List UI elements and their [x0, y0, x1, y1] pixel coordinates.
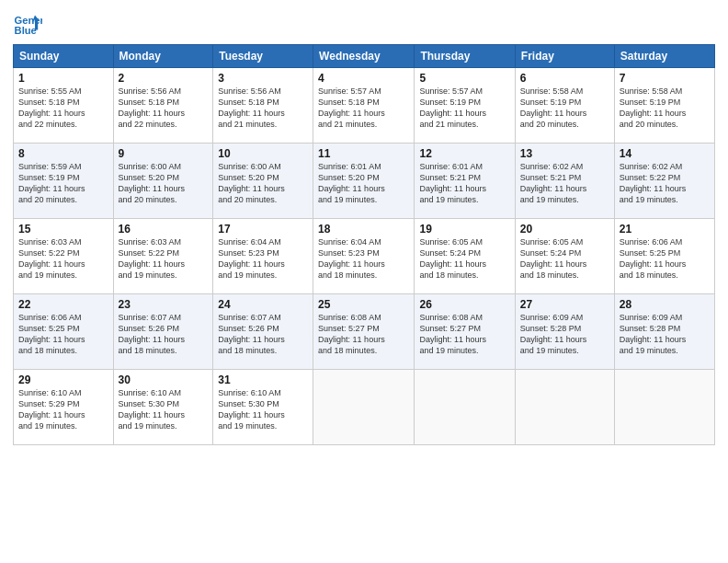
calendar-cell: 18Sunrise: 6:04 AM Sunset: 5:23 PM Dayli…	[313, 219, 415, 294]
day-number: 1	[18, 72, 108, 85]
day-info: Sunrise: 6:00 AM Sunset: 5:20 PM Dayligh…	[218, 161, 308, 206]
day-number: 14	[620, 147, 710, 160]
calendar-cell: 7Sunrise: 5:58 AM Sunset: 5:19 PM Daylig…	[614, 68, 714, 144]
day-info: Sunrise: 6:04 AM Sunset: 5:23 PM Dayligh…	[218, 236, 308, 282]
calendar-week-2: 8Sunrise: 5:59 AM Sunset: 5:19 PM Daylig…	[14, 144, 715, 219]
calendar-cell: 28Sunrise: 6:09 AM Sunset: 5:28 PM Dayli…	[614, 294, 714, 370]
day-number: 20	[520, 223, 609, 236]
calendar-cell: 13Sunrise: 6:02 AM Sunset: 5:21 PM Dayli…	[515, 144, 614, 219]
day-number: 11	[318, 147, 409, 160]
calendar-cell	[614, 370, 714, 445]
day-info: Sunrise: 6:09 AM Sunset: 5:28 PM Dayligh…	[620, 312, 710, 357]
day-info: Sunrise: 5:56 AM Sunset: 5:18 PM Dayligh…	[119, 86, 209, 131]
day-number: 19	[419, 223, 509, 236]
calendar-cell: 11Sunrise: 6:01 AM Sunset: 5:20 PM Dayli…	[313, 144, 415, 219]
calendar-cell: 17Sunrise: 6:04 AM Sunset: 5:23 PM Dayli…	[213, 219, 313, 294]
weekday-header-row: SundayMondayTuesdayWednesdayThursdayFrid…	[14, 45, 715, 68]
weekday-header-sunday: Sunday	[14, 45, 114, 68]
logo-icon: General Blue	[13, 9, 42, 39]
day-number: 18	[318, 223, 409, 236]
calendar-cell: 24Sunrise: 6:07 AM Sunset: 5:26 PM Dayli…	[213, 294, 313, 370]
calendar-cell: 23Sunrise: 6:07 AM Sunset: 5:26 PM Dayli…	[113, 294, 213, 370]
day-number: 10	[218, 147, 308, 160]
day-number: 6	[520, 72, 609, 85]
day-number: 21	[620, 223, 710, 236]
day-info: Sunrise: 6:06 AM Sunset: 5:25 PM Dayligh…	[18, 312, 108, 357]
calendar-cell: 5Sunrise: 5:57 AM Sunset: 5:19 PM Daylig…	[415, 68, 515, 144]
day-number: 25	[318, 298, 409, 311]
day-number: 29	[18, 373, 108, 386]
svg-text:Blue: Blue	[15, 25, 37, 36]
calendar-cell: 30Sunrise: 6:10 AM Sunset: 5:30 PM Dayli…	[113, 370, 213, 445]
day-info: Sunrise: 5:55 AM Sunset: 5:18 PM Dayligh…	[18, 86, 108, 131]
day-info: Sunrise: 6:02 AM Sunset: 5:21 PM Dayligh…	[520, 161, 609, 206]
day-info: Sunrise: 6:06 AM Sunset: 5:25 PM Dayligh…	[620, 236, 710, 282]
weekday-header-wednesday: Wednesday	[313, 45, 415, 68]
day-number: 4	[318, 72, 409, 85]
calendar-week-1: 1Sunrise: 5:55 AM Sunset: 5:18 PM Daylig…	[14, 68, 715, 144]
day-number: 3	[218, 72, 308, 85]
day-info: Sunrise: 6:05 AM Sunset: 5:24 PM Dayligh…	[419, 236, 509, 282]
weekday-header-saturday: Saturday	[614, 45, 714, 68]
day-number: 23	[119, 298, 209, 311]
calendar-cell: 1Sunrise: 5:55 AM Sunset: 5:18 PM Daylig…	[14, 68, 114, 144]
calendar-cell: 3Sunrise: 5:56 AM Sunset: 5:18 PM Daylig…	[213, 68, 313, 144]
calendar-cell: 9Sunrise: 6:00 AM Sunset: 5:20 PM Daylig…	[113, 144, 213, 219]
day-info: Sunrise: 6:10 AM Sunset: 5:30 PM Dayligh…	[119, 387, 209, 432]
day-info: Sunrise: 6:07 AM Sunset: 5:26 PM Dayligh…	[218, 312, 308, 357]
calendar-cell: 21Sunrise: 6:06 AM Sunset: 5:25 PM Dayli…	[614, 219, 714, 294]
calendar-cell: 12Sunrise: 6:01 AM Sunset: 5:21 PM Dayli…	[415, 144, 515, 219]
day-number: 17	[218, 223, 308, 236]
day-number: 9	[119, 147, 209, 160]
day-info: Sunrise: 5:57 AM Sunset: 5:19 PM Dayligh…	[419, 86, 509, 131]
day-number: 7	[620, 72, 710, 85]
day-number: 24	[218, 298, 308, 311]
calendar-cell: 31Sunrise: 6:10 AM Sunset: 5:30 PM Dayli…	[213, 370, 313, 445]
day-info: Sunrise: 6:01 AM Sunset: 5:21 PM Dayligh…	[419, 161, 509, 206]
day-number: 22	[18, 298, 108, 311]
calendar-cell: 15Sunrise: 6:03 AM Sunset: 5:22 PM Dayli…	[14, 219, 114, 294]
calendar-cell: 19Sunrise: 6:05 AM Sunset: 5:24 PM Dayli…	[415, 219, 515, 294]
calendar-week-5: 29Sunrise: 6:10 AM Sunset: 5:29 PM Dayli…	[14, 370, 715, 445]
calendar-cell	[515, 370, 614, 445]
day-number: 27	[520, 298, 609, 311]
calendar-cell: 14Sunrise: 6:02 AM Sunset: 5:22 PM Dayli…	[614, 144, 714, 219]
day-info: Sunrise: 6:03 AM Sunset: 5:22 PM Dayligh…	[119, 236, 209, 282]
weekday-header-tuesday: Tuesday	[213, 45, 313, 68]
day-info: Sunrise: 6:04 AM Sunset: 5:23 PM Dayligh…	[318, 236, 409, 282]
day-info: Sunrise: 6:00 AM Sunset: 5:20 PM Dayligh…	[119, 161, 209, 206]
calendar-cell: 4Sunrise: 5:57 AM Sunset: 5:18 PM Daylig…	[313, 68, 415, 144]
header-row: General Blue	[13, 9, 715, 39]
day-number: 30	[119, 373, 209, 386]
calendar-week-4: 22Sunrise: 6:06 AM Sunset: 5:25 PM Dayli…	[14, 294, 715, 370]
day-number: 8	[18, 147, 108, 160]
calendar-cell: 16Sunrise: 6:03 AM Sunset: 5:22 PM Dayli…	[113, 219, 213, 294]
day-info: Sunrise: 6:09 AM Sunset: 5:28 PM Dayligh…	[520, 312, 609, 357]
calendar-cell: 22Sunrise: 6:06 AM Sunset: 5:25 PM Dayli…	[14, 294, 114, 370]
day-info: Sunrise: 5:56 AM Sunset: 5:18 PM Dayligh…	[218, 86, 308, 131]
day-number: 15	[18, 223, 108, 236]
calendar-cell: 27Sunrise: 6:09 AM Sunset: 5:28 PM Dayli…	[515, 294, 614, 370]
day-info: Sunrise: 6:07 AM Sunset: 5:26 PM Dayligh…	[119, 312, 209, 357]
day-number: 5	[419, 72, 509, 85]
day-info: Sunrise: 6:10 AM Sunset: 5:30 PM Dayligh…	[218, 387, 308, 432]
day-info: Sunrise: 5:58 AM Sunset: 5:19 PM Dayligh…	[520, 86, 609, 131]
calendar-table: SundayMondayTuesdayWednesdayThursdayFrid…	[13, 44, 715, 445]
day-number: 2	[119, 72, 209, 85]
day-number: 31	[218, 373, 308, 386]
calendar-cell: 20Sunrise: 6:05 AM Sunset: 5:24 PM Dayli…	[515, 219, 614, 294]
day-info: Sunrise: 6:03 AM Sunset: 5:22 PM Dayligh…	[18, 236, 108, 282]
day-number: 12	[419, 147, 509, 160]
page-container: General Blue SundayMondayTuesdayWednesda…	[0, 0, 728, 454]
calendar-cell: 29Sunrise: 6:10 AM Sunset: 5:29 PM Dayli…	[14, 370, 114, 445]
calendar-week-3: 15Sunrise: 6:03 AM Sunset: 5:22 PM Dayli…	[14, 219, 715, 294]
calendar-cell	[415, 370, 515, 445]
weekday-header-friday: Friday	[515, 45, 614, 68]
calendar-cell: 26Sunrise: 6:08 AM Sunset: 5:27 PM Dayli…	[415, 294, 515, 370]
day-info: Sunrise: 6:01 AM Sunset: 5:20 PM Dayligh…	[318, 161, 409, 206]
day-info: Sunrise: 5:57 AM Sunset: 5:18 PM Dayligh…	[318, 86, 409, 131]
calendar-cell: 25Sunrise: 6:08 AM Sunset: 5:27 PM Dayli…	[313, 294, 415, 370]
day-info: Sunrise: 6:08 AM Sunset: 5:27 PM Dayligh…	[318, 312, 409, 357]
weekday-header-monday: Monday	[113, 45, 213, 68]
day-number: 13	[520, 147, 609, 160]
